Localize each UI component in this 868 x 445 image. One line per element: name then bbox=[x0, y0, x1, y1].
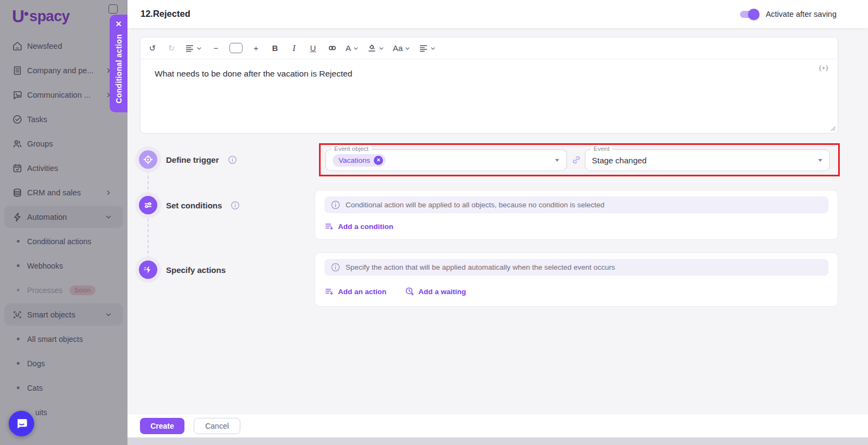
drawer-tab-conditional-action[interactable]: ✕ Conditional action bbox=[110, 15, 127, 112]
add-condition-button[interactable]: Add a condition bbox=[324, 221, 393, 231]
sidebar-item-processes: Processes Soon bbox=[0, 278, 127, 302]
link-label: Add a waiting bbox=[418, 288, 466, 296]
chevron-right-icon bbox=[105, 189, 112, 196]
font-size-increase-button[interactable]: + bbox=[251, 41, 261, 55]
bullet-icon bbox=[17, 289, 20, 291]
chip-remove-icon[interactable]: ✕ bbox=[374, 156, 383, 165]
link-label: Add an action bbox=[338, 288, 386, 296]
sidebar-item-label: Newsfeed bbox=[27, 42, 62, 50]
text-color-button[interactable]: A bbox=[346, 41, 359, 55]
sidebar-item-crm[interactable]: CRM and sales bbox=[0, 180, 127, 205]
event-select[interactable]: Event Stage changed bbox=[585, 149, 830, 171]
description-editor: ↺ ↻ − + B I U A bbox=[140, 37, 838, 134]
sidebar-item-label: Groups bbox=[27, 139, 53, 148]
home-icon bbox=[12, 41, 23, 52]
chat-launcher-button[interactable] bbox=[9, 411, 34, 436]
sidebar-item-groups[interactable]: Groups bbox=[0, 131, 127, 156]
step-title: Set conditions bbox=[166, 201, 222, 210]
undo-icon: ↺ bbox=[149, 43, 156, 53]
vacations-chip[interactable]: Vacations ✕ bbox=[333, 154, 386, 167]
sidebar-item-company[interactable]: Company and pe... bbox=[0, 58, 127, 82]
line-height-button[interactable] bbox=[185, 41, 202, 55]
panel-footer: Create Cancel bbox=[127, 414, 868, 437]
conditions-card: Conditional action will be applied to al… bbox=[315, 190, 838, 240]
smart-objects-icon bbox=[12, 309, 23, 320]
sidebar-item-communication[interactable]: Communication ... bbox=[0, 82, 127, 107]
chip-label: Vacations bbox=[339, 156, 370, 164]
insert-link-button[interactable] bbox=[327, 41, 337, 55]
underline-button[interactable]: U bbox=[308, 41, 318, 55]
page-title: 12.Rejected bbox=[141, 9, 190, 19]
bolt-icon bbox=[12, 212, 23, 223]
window-bottom-edge bbox=[127, 437, 868, 445]
select-label: Event object bbox=[331, 145, 371, 152]
highlight-color-button[interactable] bbox=[367, 41, 385, 55]
sidebar-item-tasks[interactable]: Tasks bbox=[0, 107, 127, 131]
info-icon[interactable] bbox=[231, 201, 240, 210]
bullet-icon bbox=[17, 386, 20, 389]
sidebar-item-label: Company and pe... bbox=[27, 66, 94, 75]
sidebar-item-conditional-actions[interactable]: Conditional actions bbox=[0, 229, 127, 253]
sidebar-item-label: Webhooks bbox=[27, 262, 63, 270]
uspacy-logo[interactable]: U spacy bbox=[12, 7, 69, 27]
resize-handle-icon[interactable] bbox=[829, 125, 836, 131]
coins-icon bbox=[12, 187, 23, 198]
info-icon[interactable] bbox=[228, 155, 237, 164]
steps-connector bbox=[148, 160, 149, 270]
align-button[interactable] bbox=[419, 41, 436, 55]
text-case-icon: Aa bbox=[393, 43, 403, 53]
underline-icon: U bbox=[310, 43, 316, 53]
event-object-select[interactable]: Event object Vacations ✕ bbox=[326, 149, 567, 171]
sidebar-item-automation[interactable]: Automation bbox=[0, 205, 127, 229]
banner-text: Conditional action will be applied to al… bbox=[346, 201, 604, 209]
size-box-icon bbox=[229, 43, 242, 53]
sidebar-item-newsfeed[interactable]: Newsfeed bbox=[0, 34, 127, 58]
italic-icon: I bbox=[292, 43, 295, 53]
align-left-icon bbox=[419, 43, 428, 53]
activate-toggle[interactable] bbox=[740, 11, 758, 18]
sidebar-collapse-icon[interactable] bbox=[108, 4, 118, 14]
close-icon[interactable]: ✕ bbox=[116, 20, 122, 28]
insert-variable-button[interactable]: {+} bbox=[818, 65, 829, 72]
add-waiting-button[interactable]: Add a waiting bbox=[405, 287, 466, 296]
select-value: Stage changed bbox=[592, 156, 647, 165]
font-size-value-box[interactable] bbox=[229, 41, 242, 55]
sidebar-item-all-smart-objects[interactable]: All smart objects bbox=[0, 327, 127, 351]
link-label: Add a condition bbox=[338, 223, 393, 231]
people-icon bbox=[12, 138, 23, 149]
italic-button[interactable]: I bbox=[289, 41, 299, 55]
minus-icon: − bbox=[214, 43, 219, 53]
sidebar-item-dogs[interactable]: Dogs bbox=[0, 351, 127, 376]
chevron-down-icon bbox=[196, 45, 202, 52]
logo-dot-icon bbox=[24, 12, 28, 16]
redo-icon: ↻ bbox=[168, 43, 175, 53]
sidebar-item-label: Automation bbox=[27, 213, 67, 221]
add-action-button[interactable]: Add an action bbox=[324, 287, 386, 296]
sidebar-item-activities[interactable]: Activities bbox=[0, 156, 127, 180]
cancel-button[interactable]: Cancel bbox=[194, 418, 240, 434]
sidebar-item-label: Tasks bbox=[27, 115, 47, 124]
chevron-down-icon bbox=[430, 45, 436, 52]
app-root: U spacy Newsfeed Company and pe... Commu… bbox=[0, 0, 868, 445]
sidebar-item-cats[interactable]: Cats bbox=[0, 376, 127, 400]
undo-button[interactable]: ↺ bbox=[147, 41, 158, 55]
editor-text: What needs to be done after the vacation… bbox=[155, 69, 824, 79]
actions-banner: Specify the action that will be applied … bbox=[324, 259, 828, 276]
sidebar-item-smart-objects[interactable]: Smart objects bbox=[0, 302, 127, 327]
create-button[interactable]: Create bbox=[140, 418, 184, 434]
check-circle-icon bbox=[12, 114, 23, 125]
chevron-down-icon bbox=[105, 213, 112, 221]
bold-button[interactable]: B bbox=[270, 41, 280, 55]
linked-fields-icon bbox=[571, 155, 582, 165]
editor-content[interactable]: What needs to be done after the vacation… bbox=[141, 59, 838, 133]
sidebar-item-label: CRM and sales bbox=[27, 188, 81, 197]
redo-button[interactable]: ↻ bbox=[166, 41, 177, 55]
font-size-decrease-button[interactable]: − bbox=[210, 41, 221, 55]
sidebar-item-webhooks[interactable]: Webhooks bbox=[0, 253, 127, 278]
trigger-step-icon bbox=[139, 150, 157, 169]
sidebar-item-label: Processes bbox=[27, 286, 62, 295]
clock-add-icon bbox=[405, 287, 414, 296]
drawer-tab-label: Conditional action bbox=[114, 34, 123, 104]
text-case-button[interactable]: Aa bbox=[393, 41, 411, 55]
conditions-step-icon bbox=[139, 196, 157, 214]
